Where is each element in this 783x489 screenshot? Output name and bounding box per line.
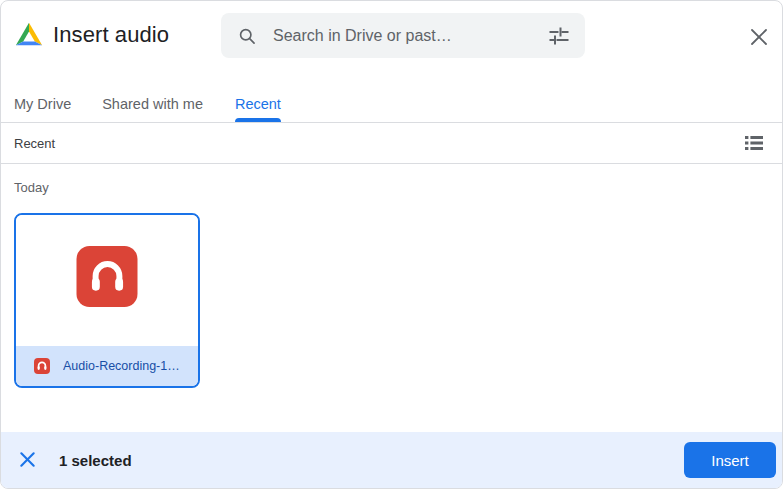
search-input[interactable] — [273, 27, 547, 45]
close-dialog-button[interactable] — [749, 27, 769, 47]
tab-shared-with-me-label: Shared with me — [102, 96, 203, 112]
dialog-title: Insert audio — [53, 22, 169, 48]
file-name: Audio-Recording-1… — [63, 359, 180, 373]
tab-recent-label: Recent — [235, 96, 281, 112]
date-group-label: Today — [14, 180, 49, 195]
google-drive-logo-icon — [14, 21, 44, 49]
tab-my-drive-label: My Drive — [14, 96, 71, 112]
audio-file-mini-icon — [34, 358, 50, 374]
tab-shared-with-me[interactable]: Shared with me — [102, 85, 203, 122]
list-view-icon — [742, 131, 766, 155]
headphones-mini-icon — [36, 360, 48, 372]
tab-my-drive[interactable]: My Drive — [14, 85, 71, 122]
search-options-button[interactable] — [547, 24, 571, 48]
headphones-icon — [86, 256, 128, 298]
insert-audio-dialog: Insert audio — [0, 0, 783, 489]
selection-footer: 1 selected Insert — [1, 432, 782, 488]
file-card-selected[interactable]: Audio-Recording-1… — [14, 213, 200, 388]
list-view-toggle-button[interactable] — [742, 131, 766, 155]
selection-count: 1 selected — [59, 452, 132, 469]
tab-recent[interactable]: Recent — [235, 85, 281, 122]
clear-selection-x-icon — [18, 450, 37, 469]
clear-selection-button[interactable] — [17, 450, 37, 470]
file-thumbnail — [16, 215, 198, 350]
close-icon — [749, 27, 769, 47]
section-label: Recent — [14, 136, 55, 151]
insert-button[interactable]: Insert — [684, 442, 776, 478]
audio-file-icon — [77, 246, 138, 307]
dialog-header: Insert audio — [1, 1, 782, 71]
file-name-bar: Audio-Recording-1… — [16, 346, 198, 386]
search-icon — [237, 26, 257, 46]
source-tabs: My Drive Shared with me Recent — [1, 85, 782, 122]
tune-icon — [547, 24, 571, 48]
search-box[interactable] — [221, 13, 585, 58]
section-bar: Recent — [1, 122, 782, 164]
